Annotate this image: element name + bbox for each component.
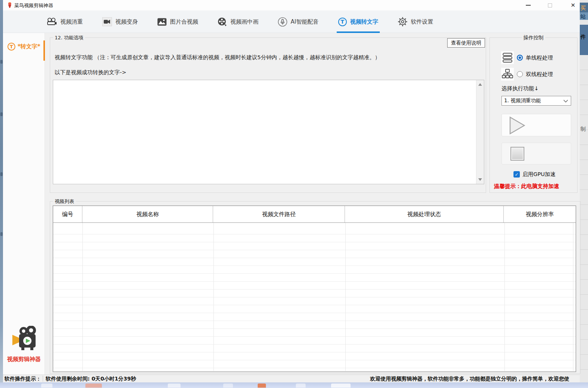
double-thread-row: 双线程处理 [501, 68, 553, 81]
tab-label: 视频消重 [60, 18, 83, 25]
gear-icon [398, 17, 407, 27]
tab-video-to-text[interactable]: T 视频转文字 [338, 10, 378, 33]
column-header-index[interactable]: 编号 [53, 206, 82, 222]
app-logo: 视频剪辑神器 [3, 326, 45, 363]
gpu-label: 启用GPU加速 [522, 171, 556, 178]
title-bar: 菜鸟视频剪辑神器 ✕ [3, 0, 580, 10]
table-header-row: 编号 视频名称 视频文件路径 视频处理状态 视频分辨率 [53, 206, 576, 223]
column-header-path[interactable]: 视频文件路径 [213, 206, 345, 222]
gpu-checkbox[interactable]: ✓ [513, 171, 520, 178]
taskbar-icon[interactable] [296, 384, 306, 388]
edge-text-fragment: 站 [581, 13, 586, 20]
taskbar-icon[interactable] [331, 384, 351, 388]
tab-settings[interactable]: 软件设置 [398, 10, 433, 33]
column-divider [345, 223, 346, 371]
gpu-accel-row: ✓ 启用GPU加速 [513, 171, 556, 178]
remaining-time-text: 软件使用剩余时间: 0天0小时1分39秒 [46, 376, 136, 382]
video-table[interactable]: 编号 视频名称 视频文件路径 视频处理状态 视频分辨率 [53, 206, 576, 372]
table-body-empty [53, 223, 576, 372]
start-button[interactable] [501, 114, 571, 136]
scroll-up-icon[interactable] [478, 83, 482, 86]
stop-button[interactable] [501, 143, 571, 164]
taskbar-icon[interactable] [85, 384, 102, 388]
t-circle-icon: T [338, 18, 347, 26]
sidebar-item-to-text[interactable]: T *转文字* [3, 37, 45, 55]
video-camera-icon [102, 17, 112, 26]
background-window-rows [580, 55, 588, 382]
converted-text-area[interactable] [53, 80, 484, 184]
single-thread-row: 单线程处理 [501, 51, 553, 64]
single-thread-radio[interactable] [517, 55, 523, 61]
windows-taskbar[interactable] [0, 382, 588, 388]
tab-video-dedup[interactable]: 视频消重 [47, 10, 83, 33]
left-sidebar: T *转文字* 视频剪辑神器 [3, 33, 45, 375]
minimize-icon [526, 5, 531, 6]
maximize-icon [548, 3, 552, 7]
stop-icon [510, 147, 524, 161]
operation-control-group: 操作控制 单线程处理 [490, 37, 578, 193]
active-item-indicator [43, 40, 45, 61]
desktop-icon-fragment [0, 60, 3, 64]
minimize-button[interactable] [520, 0, 536, 10]
column-divider [504, 223, 505, 371]
status-bar: 软件操作提示： 软件使用剩余时间: 0天0小时1分39秒 欢迎使用视频剪辑神器，… [3, 375, 580, 382]
chevron-down-icon [563, 100, 568, 103]
film-reel-icon [218, 17, 227, 27]
desktop-icon-fragment [0, 232, 3, 236]
taskbar-icon[interactable] [41, 384, 52, 388]
microphone-icon [278, 17, 287, 27]
function-description: 视频转文字功能 （注：可生成原创文章，建议导入普通话标准的视频，视频时长建议5分… [55, 54, 380, 61]
video-list-group: 视频列表 编号 视频名称 视频文件路径 视频处理状态 视频分辨率 [50, 201, 581, 374]
tab-video-transform[interactable]: 视频变身 [102, 10, 138, 33]
column-header-resolution[interactable]: 视频分辨率 [504, 206, 576, 222]
welcome-text: 欢迎使用视频剪辑神器，软件功能非常多，功能都是独立分明的，操作简单，欢迎您使 [370, 376, 569, 382]
vertical-scrollbar[interactable] [476, 80, 484, 184]
sidebar-item-label: *转文字* [18, 43, 40, 50]
gpu-support-tip: 温馨提示：此电脑支持加速 [494, 183, 559, 190]
close-button[interactable]: ✕ [565, 0, 581, 10]
double-thread-label: 双线程处理 [526, 71, 553, 78]
background-window-strip: 买 站 件 制 [580, 0, 588, 382]
maximize-button[interactable] [542, 0, 558, 10]
tab-ai-voice[interactable]: AI智能配音 [278, 10, 319, 33]
tab-label: 图片合视频 [170, 18, 198, 25]
scroll-down-icon[interactable] [478, 178, 482, 181]
column-divider [82, 223, 83, 371]
group-title: 12. 功能选项 [53, 34, 85, 41]
network-tree-icon [501, 68, 514, 81]
t-circle-icon: T [7, 43, 15, 51]
projector-camera-icon [47, 18, 57, 26]
play-icon [509, 116, 526, 134]
single-thread-label: 单线程处理 [526, 54, 553, 61]
close-icon: ✕ [571, 3, 576, 8]
edge-text-fragment: 制 [581, 126, 586, 133]
taskbar-icon[interactable] [258, 384, 266, 388]
tab-label: 软件设置 [411, 18, 433, 25]
double-thread-radio[interactable] [517, 71, 523, 77]
desktop-left-strip [0, 0, 3, 382]
column-header-status[interactable]: 视频处理状态 [345, 206, 504, 222]
tab-picture-in-picture[interactable]: 视频画中画 [218, 10, 258, 33]
app-logo-icon [7, 2, 13, 8]
logo-text: 视频剪辑神器 [3, 356, 45, 363]
function-dropdown[interactable]: 1. 视频消重功能 [501, 96, 571, 106]
edge-text-fragment: 件 [581, 34, 586, 40]
view-instructions-button[interactable]: 查看使用说明 [447, 38, 485, 48]
tab-image-to-video[interactable]: 图片合视频 [157, 10, 198, 33]
group-title: 视频列表 [53, 198, 76, 205]
status-hint-label: 软件操作提示： [4, 376, 41, 382]
status-divider [43, 376, 43, 382]
image-icon [157, 18, 167, 26]
taskbar-icon[interactable] [223, 384, 233, 388]
active-tab-underline [337, 31, 380, 33]
layers-icon [501, 51, 514, 64]
app-window: 菜鸟视频剪辑神器 ✕ 视频消重 [3, 0, 580, 382]
desktop-icon-fragment [0, 112, 3, 116]
choose-function-label: 选择执行功能↓ [501, 85, 539, 92]
column-divider [573, 223, 573, 371]
column-header-name[interactable]: 视频名称 [82, 206, 213, 222]
desktop: 买 站 件 制 菜鸟视频剪辑神器 ✕ [0, 0, 588, 388]
window-title: 菜鸟视频剪辑神器 [14, 2, 53, 9]
tab-label: 视频画中画 [230, 18, 258, 25]
taskbar-icon[interactable] [168, 384, 181, 388]
